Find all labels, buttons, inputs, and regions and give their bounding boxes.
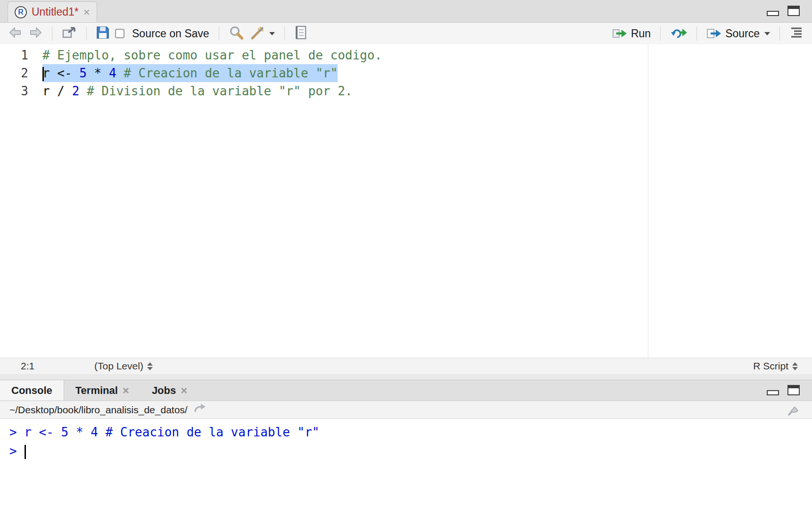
scope-selector[interactable]: (Top Level): [94, 360, 153, 372]
tab-close-icon[interactable]: ×: [123, 385, 129, 396]
save-icon[interactable]: [96, 26, 109, 41]
code-line-3[interactable]: 3 r / 2 # Division de la variable "r" po…: [0, 82, 812, 100]
console-output[interactable]: > r <- 5 * 4 # Creacion de la variable "…: [0, 419, 812, 460]
toolbar-separator: [284, 26, 285, 41]
chevron-down-icon: [269, 32, 275, 35]
code-operator: *: [87, 66, 109, 80]
tab-untitled1[interactable]: R Untitled1* ×: [8, 1, 97, 22]
toolbar-separator: [86, 26, 87, 41]
tab-close-icon[interactable]: ×: [181, 385, 187, 396]
line-number-3: 3: [0, 82, 28, 100]
run-button[interactable]: Run: [612, 27, 651, 40]
console-tabbar: Console Terminal × Jobs ×: [0, 380, 812, 401]
source-tabbar: R Untitled1* ×: [0, 0, 812, 23]
back-icon[interactable]: [8, 26, 23, 41]
document-outline-icon[interactable]: [789, 26, 804, 41]
magic-wand-icon: [249, 26, 265, 41]
source-icon: [706, 27, 721, 40]
code-number: 4: [109, 66, 116, 80]
updown-icon: [792, 362, 798, 370]
console-window-controls: [767, 385, 800, 395]
r-script-icon: R: [15, 6, 27, 18]
maximize-icon[interactable]: [787, 6, 800, 16]
selected-code: r <- 5 * 4 # Creacion de la variable "r": [42, 64, 338, 82]
tab-jobs[interactable]: Jobs ×: [141, 380, 199, 401]
source-on-save-checkbox[interactable]: [115, 29, 124, 38]
working-directory-bar: ~/Desktop/book/libro_analisis_de_datos/: [0, 401, 812, 419]
working-directory-path: ~/Desktop/book/libro_analisis_de_datos/: [9, 404, 188, 416]
scope-label: (Top Level): [94, 360, 143, 372]
toolbar-separator: [219, 26, 219, 41]
goto-directory-icon[interactable]: [193, 403, 207, 416]
code-line-1[interactable]: 1 # Ejemplo, sobre como usar el panel de…: [0, 46, 812, 64]
rerun-icon[interactable]: [670, 26, 687, 41]
code-line-2[interactable]: 2 r <- 5 * 4 # Creacion de la variable "…: [0, 64, 812, 82]
file-type-label: R Script: [753, 360, 788, 372]
tab-terminal[interactable]: Terminal ×: [64, 380, 141, 401]
updown-icon: [147, 362, 153, 370]
compile-report-icon[interactable]: [294, 25, 307, 42]
source-label: Source: [725, 27, 760, 40]
code-text: r <-: [42, 66, 79, 80]
source-statusbar: 2:1 (Top Level) R Script: [0, 358, 812, 374]
console-input-echo: > r <- 5 * 4 # Creacion de la variable "…: [9, 423, 812, 442]
code-editor[interactable]: 1 # Ejemplo, sobre como usar el panel de…: [0, 44, 812, 358]
tab-close-icon[interactable]: ×: [83, 7, 90, 18]
code-text: r /: [42, 84, 72, 98]
toolbar-separator: [696, 26, 697, 41]
cursor-position: 2:1: [21, 360, 73, 372]
file-type-selector[interactable]: R Script: [753, 360, 798, 372]
line-number-1: 1: [0, 46, 28, 64]
forward-icon[interactable]: [28, 26, 42, 41]
tab-console-label: Console: [11, 384, 52, 397]
source-toolbar: Source on Save: [0, 23, 812, 44]
console-cursor: [25, 445, 26, 459]
console-pane: Console Terminal × Jobs × ~/Desktop/book…: [0, 380, 812, 518]
tab-title: Untitled1*: [32, 6, 79, 18]
minimize-icon[interactable]: [767, 11, 779, 16]
code-comment: # Ejemplo, sobre como usar el panel de c…: [42, 48, 382, 62]
minimize-icon[interactable]: [767, 390, 779, 395]
search-icon[interactable]: [229, 25, 244, 42]
toolbar-separator: [52, 26, 52, 41]
code-tools-button[interactable]: [249, 26, 275, 41]
text-cursor: [42, 67, 44, 81]
source-on-save-label: Source on Save: [132, 27, 209, 40]
console-prompt-line[interactable]: >: [9, 442, 812, 460]
open-in-new-window-icon[interactable]: [62, 26, 77, 41]
margin-column-line: [648, 44, 648, 358]
code-comment: # Division de la variable "r" por 2.: [79, 84, 352, 98]
source-button[interactable]: Source: [706, 27, 770, 40]
code-number: 5: [79, 66, 87, 80]
rstudio-window: R Untitled1* ×: [0, 0, 812, 518]
run-icon: [612, 27, 627, 40]
toolbar-separator: [660, 26, 661, 41]
run-label: Run: [631, 27, 651, 40]
maximize-icon[interactable]: [787, 385, 800, 395]
chevron-down-icon: [764, 32, 770, 35]
source-pane: R Untitled1* ×: [0, 0, 812, 374]
tab-jobs-label: Jobs: [152, 384, 176, 397]
console-prompt: >: [9, 444, 17, 458]
line-number-2: 2: [0, 64, 28, 82]
tab-console[interactable]: Console: [0, 380, 64, 401]
toolbar-separator: [779, 26, 780, 41]
tab-terminal-label: Terminal: [75, 384, 118, 397]
source-window-controls: [767, 6, 800, 16]
code-comment: # Creacion de la variable "r": [116, 66, 338, 80]
clear-console-icon[interactable]: [787, 403, 802, 419]
code-number: 2: [72, 84, 80, 98]
